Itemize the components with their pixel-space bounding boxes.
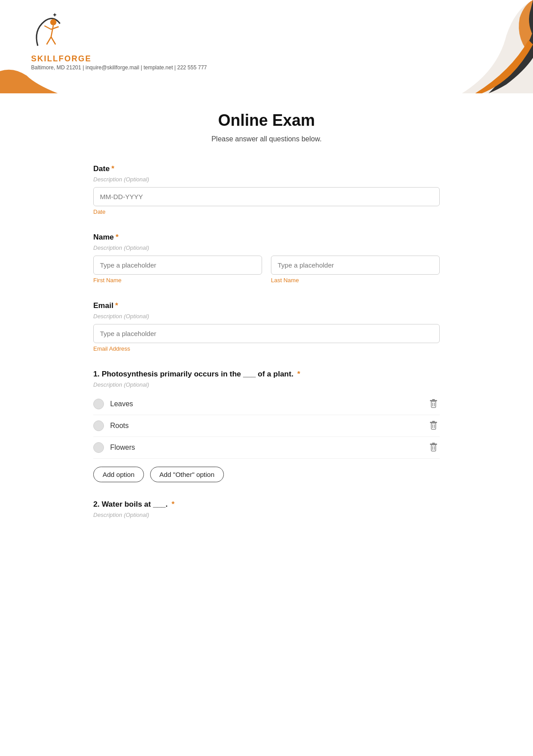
svg-line-6: [51, 37, 56, 44]
svg-rect-8: [431, 401, 436, 408]
name-section: Name* Description (Optional) First Name …: [93, 233, 440, 284]
svg-line-5: [47, 37, 51, 44]
name-row: First Name Last Name: [93, 256, 440, 284]
q1-add-options-row: Add option Add "Other" option: [93, 467, 440, 482]
svg-point-1: [50, 19, 56, 25]
q1-option-flowers-text: Flowers: [110, 444, 135, 452]
main-content: Online Exam Please answer all questions …: [67, 93, 466, 572]
date-input[interactable]: [93, 187, 440, 206]
name-description: Description (Optional): [93, 244, 440, 251]
svg-rect-11: [432, 399, 435, 400]
logo-area: ✦ SKILLFORGE Baltimore, MD 21201 | inqui…: [31, 12, 207, 71]
svg-text:✦: ✦: [52, 12, 57, 18]
brand-contact: Baltimore, MD 21201 | inquire@skillforge…: [31, 64, 207, 71]
q1-required-star: *: [297, 370, 300, 378]
svg-rect-16: [432, 421, 435, 422]
svg-rect-21: [432, 443, 435, 444]
svg-line-3: [44, 26, 51, 29]
date-description: Description (Optional): [93, 176, 440, 183]
page-header: ✦ SKILLFORGE Baltimore, MD 21201 | inqui…: [0, 0, 533, 93]
q1-radio-flowers[interactable]: [93, 442, 104, 453]
q2-required-star: *: [171, 500, 175, 508]
last-name-field: Last Name: [271, 256, 440, 284]
question-1-label: 1. Photosynthesis primarily occurs in th…: [93, 370, 440, 379]
q1-option-leaves: Leaves: [93, 393, 440, 415]
first-name-sublabel: First Name: [93, 277, 262, 284]
q1-delete-flowers[interactable]: [427, 441, 440, 454]
email-section: Email* Description (Optional) Email Addr…: [93, 301, 440, 352]
q1-add-option-button[interactable]: Add option: [93, 467, 144, 482]
email-description: Description (Optional): [93, 313, 440, 320]
q1-add-other-button[interactable]: Add "Other" option: [150, 467, 224, 482]
first-name-field: First Name: [93, 256, 262, 284]
q1-option-leaves-left: Leaves: [93, 399, 133, 409]
email-required-star: *: [115, 301, 118, 310]
email-sublabel: Email Address: [93, 345, 440, 352]
question-2-label: 2. Water boils at ___. *: [93, 500, 440, 509]
last-name-input[interactable]: [271, 256, 440, 275]
q1-option-roots-text: Roots: [110, 422, 129, 430]
q1-description: Description (Optional): [93, 381, 440, 388]
email-input[interactable]: [93, 324, 440, 343]
svg-rect-18: [431, 445, 436, 451]
q1-delete-roots[interactable]: [427, 420, 440, 432]
q1-option-roots: Roots: [93, 415, 440, 437]
q1-option-flowers-left: Flowers: [93, 442, 135, 453]
svg-line-4: [51, 27, 59, 29]
date-sublabel: Date: [93, 208, 440, 215]
name-label: Name*: [93, 233, 440, 242]
svg-rect-13: [431, 423, 436, 429]
q1-options-list: Leaves Roots: [93, 393, 440, 459]
q1-option-flowers: Flowers: [93, 437, 440, 459]
first-name-input[interactable]: [93, 256, 262, 275]
last-name-sublabel: Last Name: [271, 277, 440, 284]
question-1-section: 1. Photosynthesis primarily occurs in th…: [93, 370, 440, 482]
q1-delete-leaves[interactable]: [427, 398, 440, 410]
svg-line-2: [51, 25, 53, 37]
date-label: Date*: [93, 164, 440, 173]
page-title: Online Exam: [93, 111, 440, 130]
email-label: Email*: [93, 301, 440, 310]
q1-option-leaves-text: Leaves: [110, 400, 133, 408]
brand-name: SKILLFORGE: [31, 54, 91, 64]
question-2-section: 2. Water boils at ___. * Description (Op…: [93, 500, 440, 518]
q1-option-roots-left: Roots: [93, 420, 129, 431]
name-required-star: *: [115, 233, 119, 241]
date-required-star: *: [111, 164, 115, 173]
logo-icon: ✦: [31, 12, 67, 52]
q1-radio-leaves[interactable]: [93, 399, 104, 409]
date-section: Date* Description (Optional) Date: [93, 164, 440, 215]
deco-top-right: [418, 0, 533, 93]
q2-description: Description (Optional): [93, 512, 440, 518]
deco-bottom-left: [0, 67, 58, 93]
page-subtitle: Please answer all questions below.: [93, 135, 440, 143]
q1-radio-roots[interactable]: [93, 420, 104, 431]
